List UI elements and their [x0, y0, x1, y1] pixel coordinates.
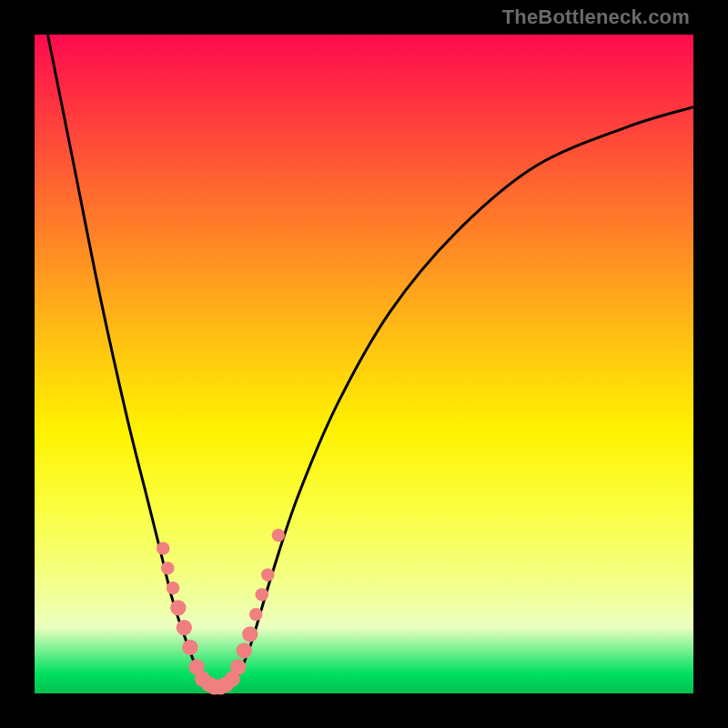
bottleneck-curve-chart — [35, 35, 693, 693]
bottleneck-curve — [47, 35, 693, 689]
data-marker — [237, 642, 252, 658]
chart-frame: TheBottleneck.com — [0, 0, 728, 728]
data-marker — [177, 620, 192, 635]
data-marker — [230, 659, 246, 674]
marker-group — [157, 529, 285, 694]
data-marker — [182, 640, 197, 655]
data-marker — [256, 588, 268, 601]
data-marker — [170, 600, 186, 615]
plot-area — [35, 35, 693, 693]
data-marker — [261, 568, 274, 581]
data-marker — [161, 561, 174, 574]
watermark-text: TheBottleneck.com — [502, 5, 690, 29]
data-marker — [272, 529, 285, 541]
data-marker — [249, 608, 262, 621]
data-marker — [242, 626, 258, 642]
data-marker — [167, 581, 179, 594]
data-marker — [157, 541, 169, 554]
